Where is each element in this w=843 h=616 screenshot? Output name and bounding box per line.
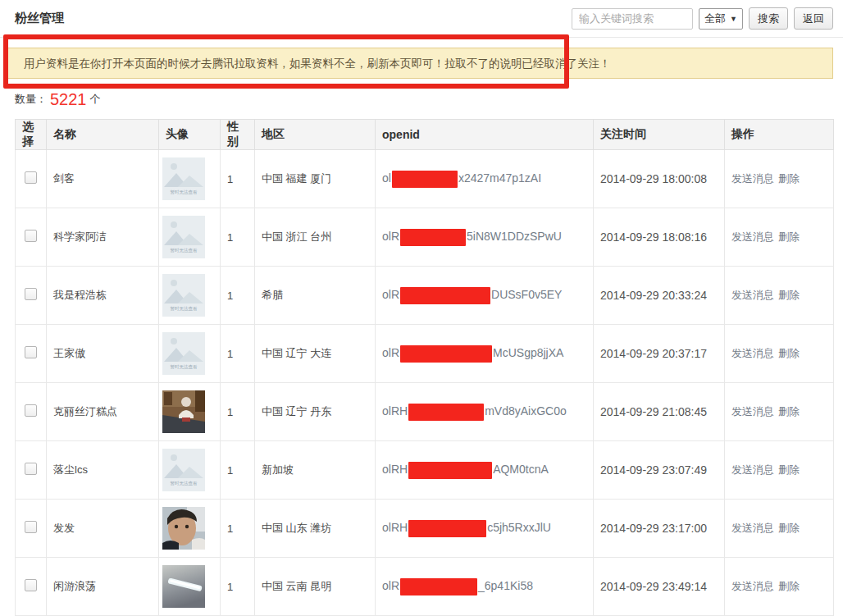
name-cell: 发发 [47, 500, 159, 558]
name-cell: 科学家阿洁 [47, 208, 159, 267]
actions-cell: 发送消息删除 [725, 267, 834, 325]
openid-suffix: x2427m47p1zAI [458, 171, 541, 185]
region-cell: 中国 山东 潍坊 [255, 500, 376, 558]
avatar-photo [162, 507, 220, 550]
delete-link[interactable]: 删除 [778, 405, 800, 418]
column-header-2: 头像 [159, 120, 221, 150]
send-message-link[interactable]: 发送消息 [731, 463, 774, 476]
openid-cell: olRHmVd8yAixGC0o [376, 383, 594, 441]
select-cell [16, 558, 47, 616]
follow-time-cell: 2014-09-29 23:07:49 [594, 441, 725, 500]
actions-cell: 发送消息删除 [725, 383, 834, 441]
openid-redaction-bar [408, 520, 486, 537]
openid-redaction-bar [408, 462, 492, 479]
table-row: 科学家阿洁暂时无法查看1中国 浙江 台州olR5iN8W1DDzSPwU2014… [16, 208, 834, 267]
column-header-3: 性别 [221, 120, 255, 150]
openid-suffix: _6p41Ki58 [478, 579, 533, 592]
delete-link[interactable]: 删除 [778, 463, 800, 476]
openid-cell: olR_6p41Ki58 [376, 558, 594, 616]
send-message-link[interactable]: 发送消息 [731, 289, 774, 301]
delete-link[interactable]: 删除 [778, 580, 800, 592]
row-checkbox[interactable] [25, 463, 37, 475]
table-row: 发发1中国 山东 潍坊olRHc5jh5RxxJlU2014-09-29 23:… [16, 500, 834, 558]
chevron-down-icon: ▼ [730, 15, 737, 23]
delete-link[interactable]: 删除 [778, 347, 800, 359]
fans-table-body: 剑客暂时无法查看1中国 福建 厦门olx2427m47p1zAI2014-09-… [16, 150, 834, 616]
row-checkbox[interactable] [25, 404, 37, 417]
topbar: 粉丝管理 全部 ▼ 搜索 返回 [0, 0, 843, 38]
actions-cell: 发送消息删除 [725, 441, 834, 500]
send-message-link[interactable]: 发送消息 [731, 580, 774, 592]
row-checkbox[interactable] [25, 521, 37, 533]
select-cell [16, 383, 47, 441]
openid-suffix: AQM0tcnA [493, 463, 549, 476]
search-button[interactable]: 搜索 [749, 7, 788, 30]
openid-prefix: olRH [382, 463, 408, 476]
openid-prefix: olR [382, 579, 399, 592]
column-header-6: 关注时间 [594, 120, 725, 150]
table-row: 王家傲暂时无法查看1中国 辽宁 大连olRMcUSgp8jjXA2014-09-… [16, 325, 834, 383]
table-row: 落尘lcs暂时无法查看1新加坡olRHAQM0tcnA2014-09-29 23… [16, 441, 834, 500]
region-cell: 中国 辽宁 丹东 [255, 383, 376, 441]
openid-cell: olRDUSsF0v5EY [376, 267, 594, 325]
avatar-cell [159, 500, 221, 558]
fans-table: 选择名称头像性别地区openid关注时间操作 剑客暂时无法查看1中国 福建 厦门… [15, 119, 834, 616]
openid-prefix: olRH [382, 404, 408, 418]
send-message-link[interactable]: 发送消息 [731, 522, 774, 534]
openid-prefix: olR [382, 230, 399, 243]
openid-redaction-bar [400, 345, 492, 363]
send-message-link[interactable]: 发送消息 [731, 347, 774, 359]
select-cell [16, 150, 47, 208]
delete-link[interactable]: 删除 [778, 172, 800, 185]
select-cell [16, 500, 47, 558]
gender-cell: 1 [221, 383, 255, 441]
region-cell: 中国 辽宁 大连 [255, 325, 376, 383]
avatar-placeholder-icon: 暂时无法查看 [162, 449, 220, 491]
openid-prefix: olR [382, 288, 399, 301]
row-checkbox[interactable] [25, 288, 37, 300]
name-cell: 克丽丝汀糕点 [47, 383, 159, 441]
openid-cell: olx2427m47p1zAI [376, 150, 594, 208]
column-header-7: 操作 [725, 120, 834, 150]
delete-link[interactable]: 删除 [778, 230, 800, 243]
filter-select[interactable]: 全部 ▼ [699, 8, 743, 30]
openid-redaction-bar [400, 229, 466, 246]
filter-select-value: 全部 [704, 11, 726, 26]
row-checkbox[interactable] [25, 579, 37, 591]
openid-suffix: 5iN8W1DDzSPwU [467, 230, 562, 243]
row-checkbox[interactable] [25, 230, 37, 242]
select-cell [16, 441, 47, 500]
count-value: 5221 [47, 91, 90, 107]
column-header-1: 名称 [47, 120, 159, 150]
actions-cell: 发送消息删除 [725, 558, 834, 616]
count-label: 数量： [15, 92, 47, 107]
send-message-link[interactable]: 发送消息 [731, 230, 774, 243]
openid-suffix: c5jh5RxxJlU [487, 521, 551, 534]
name-cell: 王家傲 [47, 325, 159, 383]
svg-text:暂时无法查看: 暂时无法查看 [171, 248, 198, 253]
row-checkbox[interactable] [25, 346, 37, 358]
gender-cell: 1 [221, 325, 255, 383]
column-header-4: 地区 [255, 120, 376, 150]
gender-cell: 1 [221, 441, 255, 500]
openid-cell: olRMcUSgp8jjXA [376, 325, 594, 383]
openid-cell: olRHc5jh5RxxJlU [376, 500, 594, 558]
openid-prefix: olR [382, 346, 399, 359]
gender-cell: 1 [221, 267, 255, 325]
openid-suffix: McUSgp8jjXA [493, 346, 563, 359]
send-message-link[interactable]: 发送消息 [731, 405, 774, 418]
svg-text:暂时无法查看: 暂时无法查看 [171, 481, 198, 486]
avatar-cell: 暂时无法查看 [159, 150, 221, 208]
region-cell: 新加坡 [255, 441, 376, 500]
svg-text:暂时无法查看: 暂时无法查看 [171, 306, 198, 312]
delete-link[interactable]: 删除 [778, 522, 800, 534]
gender-cell: 1 [221, 208, 255, 267]
send-message-link[interactable]: 发送消息 [731, 172, 774, 185]
row-checkbox[interactable] [25, 171, 37, 184]
search-input[interactable] [572, 8, 693, 30]
avatar-photo [162, 390, 220, 433]
actions-cell: 发送消息删除 [725, 500, 834, 558]
delete-link[interactable]: 删除 [778, 289, 800, 301]
count-unit: 个 [90, 92, 101, 107]
back-button[interactable]: 返回 [794, 7, 833, 30]
